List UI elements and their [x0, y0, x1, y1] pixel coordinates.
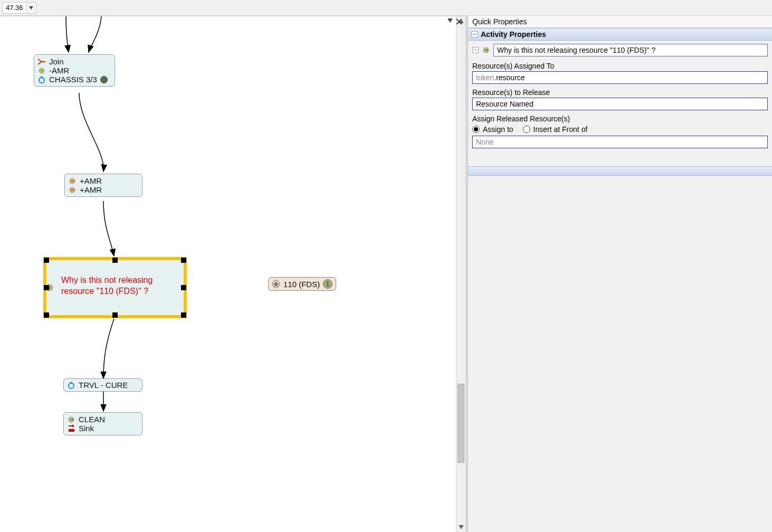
assigned-to-prefix: token: [476, 73, 494, 82]
release-resource-icon: [67, 415, 75, 424]
quick-properties-panel: Quick Properties − Activity Properties −…: [468, 16, 772, 532]
timer-icon: [67, 381, 75, 390]
input-assign-target[interactable]: None: [472, 136, 768, 148]
selection-handle[interactable]: [44, 258, 49, 263]
svg-point-7: [69, 383, 74, 388]
resource-star-icon: [272, 280, 280, 288]
scrollbar-track[interactable]: [456, 26, 465, 522]
status-dot-icon: [100, 76, 108, 83]
section-title-text: Activity Properties: [481, 30, 546, 39]
selection-handle[interactable]: [112, 258, 118, 263]
sink-icon: [67, 424, 75, 433]
diagram-canvas[interactable]: Join -AMR CHASSIS 3/3: [0, 16, 465, 532]
section-activity-properties[interactable]: − Activity Properties: [468, 28, 772, 41]
panel-options-dropdown-icon[interactable]: [447, 18, 453, 25]
section-footer-bar: [468, 166, 772, 176]
get-resource-icon: [68, 186, 77, 194]
scroll-down-arrow-icon[interactable]: [456, 522, 465, 532]
input-resources-assigned-to[interactable]: token.resource: [472, 71, 768, 84]
chevron-down-icon: [29, 6, 33, 10]
node-clean-label1: CLEAN: [79, 415, 105, 424]
node-selected-text: Why is this not releasing resource "110 …: [61, 275, 172, 297]
label-resources-assigned-to: Resource(s) Assigned To: [472, 62, 768, 70]
node-amr-label1: +AMR: [80, 176, 102, 185]
selection-handle[interactable]: [44, 285, 49, 290]
selection-handle[interactable]: [181, 285, 186, 290]
radio-unchecked-icon: [523, 126, 530, 133]
label-assign-released-resources: Assign Released Resource(s): [472, 115, 768, 123]
svg-rect-8: [70, 382, 72, 383]
node-join-label3: CHASSIS 3/3: [49, 75, 97, 84]
selection-handle[interactable]: [112, 312, 118, 318]
get-resource-icon: [68, 177, 77, 185]
selection-handle[interactable]: [181, 312, 186, 318]
input-resources-to-release[interactable]: Resource Named: [472, 98, 768, 110]
node-join[interactable]: Join -AMR CHASSIS 3/3: [34, 54, 115, 87]
release-resource-icon: [482, 46, 490, 54]
node-clean-label2: Sink: [79, 424, 94, 433]
zoom-value-box[interactable]: 47.36: [2, 2, 27, 14]
collapse-icon[interactable]: −: [472, 47, 479, 53]
node-join-label1: Join: [49, 57, 64, 66]
node-selected-release[interactable]: Why is this not releasing resource "110 …: [43, 257, 187, 318]
panel-close-icon[interactable]: [456, 18, 462, 25]
scrollbar-thumb[interactable]: [458, 384, 464, 463]
radio-insert-front-label: Insert at Front of: [533, 125, 588, 134]
resource-node-110-fds[interactable]: 110 (FDS) 1: [268, 277, 336, 291]
resource-label: 110 (FDS): [283, 280, 320, 289]
panel-title: Quick Properties: [468, 16, 772, 28]
node-trvl-cure[interactable]: TRVL - CURE: [63, 378, 142, 392]
radio-assign-to-label: Assign to: [483, 125, 513, 134]
resource-count-badge: 1: [323, 279, 332, 289]
release-resource-icon: [37, 66, 46, 75]
radio-assign-to[interactable]: Assign to: [472, 125, 513, 134]
join-icon: [37, 58, 46, 66]
top-toolbar: 47.36: [0, 0, 772, 16]
collapse-icon[interactable]: −: [471, 31, 478, 37]
node-trvl-label: TRVL - CURE: [79, 381, 128, 390]
timer-icon: [37, 75, 46, 84]
radio-insert-front[interactable]: Insert at Front of: [523, 125, 588, 134]
assigned-to-rest: .resource: [494, 73, 525, 82]
node-amr-label2: +AMR: [80, 185, 102, 194]
canvas-panel-controls: [444, 16, 465, 27]
svg-rect-2: [41, 77, 43, 78]
node-join-label2: -AMR: [49, 66, 69, 75]
selection-handle[interactable]: [44, 312, 49, 318]
selection-handle[interactable]: [181, 258, 186, 263]
activity-name-input[interactable]: Why is this not releasing resource "110 …: [493, 44, 768, 56]
label-resources-to-release: Resource(s) to Release: [472, 88, 768, 97]
svg-rect-10: [69, 429, 74, 432]
canvas-vertical-scrollbar[interactable]: [456, 16, 465, 532]
svg-point-1: [39, 78, 44, 83]
radio-checked-icon: [472, 126, 480, 133]
node-amr[interactable]: +AMR +AMR: [64, 174, 142, 197]
zoom-dropdown-button[interactable]: [27, 2, 36, 14]
node-clean-sink[interactable]: CLEAN Sink: [63, 412, 142, 435]
